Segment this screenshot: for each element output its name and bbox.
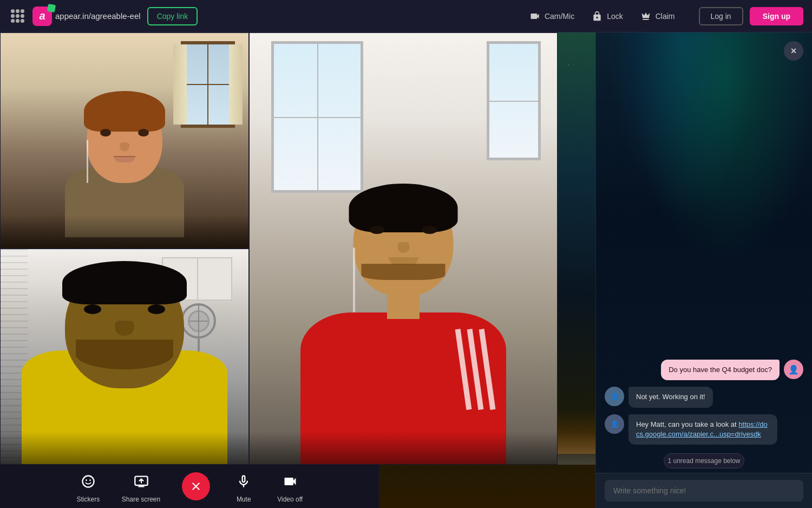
- video-off-button[interactable]: Video off: [277, 470, 303, 503]
- stickers-icon: [76, 470, 100, 493]
- crown-icon: [640, 11, 651, 22]
- close-chat-button[interactable]: ×: [784, 41, 803, 61]
- stickers-label: Stickers: [77, 496, 100, 503]
- signup-button[interactable]: Sign up: [750, 7, 803, 25]
- topbar: a appear.in/agreeable-eel Copy link Cam/…: [0, 0, 812, 32]
- message-bubble-3: Hey Matt, can you take a look at https:/…: [628, 414, 777, 445]
- topbar-center: Cam/Mic Lock Claim: [529, 11, 675, 22]
- login-button[interactable]: Log in: [699, 7, 743, 25]
- claim-action[interactable]: Claim: [640, 11, 675, 22]
- chat-input[interactable]: [605, 480, 803, 502]
- lock-label: Lock: [607, 12, 623, 21]
- sender-avatar-2: 👤: [605, 387, 624, 406]
- share-screen-label: Share screen: [122, 496, 160, 503]
- grid-icon-btn[interactable]: [9, 8, 26, 25]
- video-cell-person2: [249, 32, 558, 465]
- chat-panel: × 👤 Do you have the Q4 budget doc? 👤 Not…: [595, 32, 812, 508]
- video-off-icon: [278, 470, 302, 493]
- topbar-right: Log in Sign up: [699, 7, 803, 25]
- lock-icon: [592, 11, 603, 22]
- message-bubble-1: Do you have the Q4 budget doc?: [661, 360, 780, 380]
- grid-icon: [11, 9, 24, 23]
- person3-figure: [22, 249, 227, 464]
- message-bubble-2: Not yet. Working on it!: [628, 387, 713, 407]
- logo-area[interactable]: a appear.in/agreeable-eel: [32, 6, 141, 26]
- main-content: Stickers Share screen: [0, 32, 812, 508]
- sender-avatar-3: 👤: [605, 414, 624, 434]
- logo-url[interactable]: appear.in/agreeable-eel: [55, 11, 141, 21]
- end-call-button[interactable]: [182, 472, 210, 500]
- mute-label: Mute: [237, 496, 251, 503]
- close-icon: [189, 480, 202, 493]
- share-screen-button[interactable]: Share screen: [122, 470, 160, 503]
- video-grid: [0, 32, 558, 465]
- person2-figure: [295, 161, 512, 464]
- claim-label: Claim: [656, 12, 675, 21]
- window-2b: [487, 41, 541, 160]
- message-text-3: Hey Matt, can you take a look at: [636, 420, 738, 428]
- mute-button[interactable]: Mute: [232, 470, 256, 503]
- mute-icon: [232, 470, 256, 493]
- svg-point-24: [82, 476, 94, 487]
- lock-action[interactable]: Lock: [592, 11, 623, 22]
- cam-mic-label: Cam/Mic: [545, 12, 574, 21]
- video-cell-person1: [0, 32, 249, 249]
- share-screen-icon: [129, 470, 153, 493]
- svg-point-25: [86, 479, 87, 481]
- svg-point-26: [89, 479, 91, 481]
- unread-wrapper: 1 unread message below: [596, 453, 812, 473]
- video-area: Stickers Share screen: [0, 32, 595, 508]
- video-cell-person3: [0, 249, 249, 465]
- chat-message-2: 👤 Not yet. Working on it!: [605, 387, 803, 407]
- chat-message-1: 👤 Do you have the Q4 budget doc?: [605, 360, 803, 380]
- chat-input-area: [596, 473, 812, 508]
- sender-avatar-1: 👤: [784, 360, 803, 379]
- unread-banner[interactable]: 1 unread message below: [664, 453, 744, 468]
- chat-message-3: 👤 Hey Matt, can you take a look at https…: [605, 414, 803, 445]
- video-off-label: Video off: [277, 496, 303, 503]
- camera-icon: [529, 11, 540, 22]
- copy-link-button[interactable]: Copy link: [147, 7, 198, 25]
- cam-mic-action[interactable]: Cam/Mic: [529, 11, 574, 22]
- logo-icon: a: [32, 6, 52, 26]
- toolbar: Stickers Share screen: [0, 465, 379, 508]
- person1-figure: [60, 86, 189, 237]
- chat-messages: 👤 Do you have the Q4 budget doc? 👤 Not y…: [596, 32, 812, 453]
- stickers-button[interactable]: Stickers: [76, 470, 100, 503]
